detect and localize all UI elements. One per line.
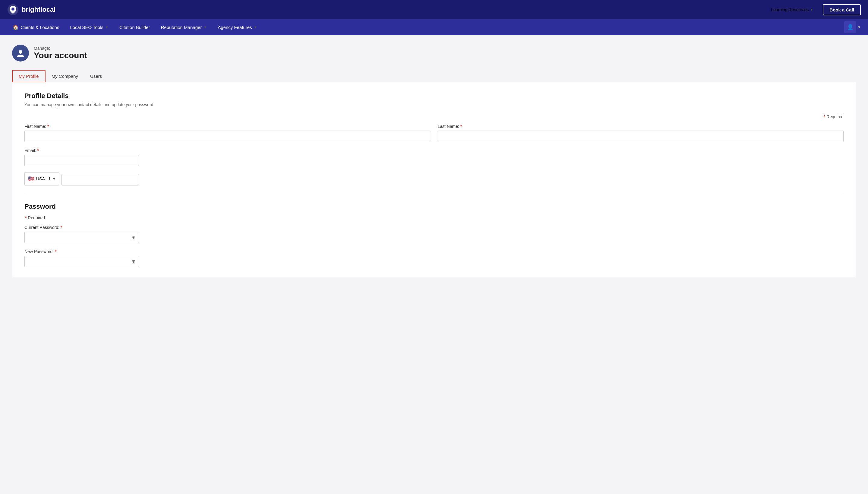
form-card: Profile Details You can manage your own … xyxy=(12,82,856,277)
nav-item-local-seo-tools[interactable]: Local SEO Tools ▼ xyxy=(64,19,114,35)
password-required-text: Required xyxy=(28,215,45,220)
chevron-down-icon-user: ▼ xyxy=(857,25,861,29)
learning-resources-link[interactable]: Learning Resources ▼ xyxy=(771,7,813,12)
chevron-down-icon-country: ▼ xyxy=(53,177,56,180)
first-name-label: First Name: * xyxy=(24,124,430,129)
logo[interactable]: brightlocal xyxy=(7,4,56,15)
book-call-button[interactable]: Book a Call xyxy=(823,4,861,15)
tab-users[interactable]: Users xyxy=(84,70,108,82)
chevron-down-icon-agency: ▼ xyxy=(254,25,257,29)
profile-details-desc: You can manage your own contact details … xyxy=(24,102,844,107)
top-bar: brightlocal Learning Resources ▼ Book a … xyxy=(0,0,868,19)
first-name-group: First Name: * xyxy=(24,124,430,142)
tab-my-company[interactable]: My Company xyxy=(45,70,84,82)
chevron-down-icon: ▼ xyxy=(810,8,813,12)
nav-label-reputation-manager: Reputation Manager xyxy=(161,25,202,30)
flag-icon: 🇺🇸 xyxy=(28,175,34,182)
user-icon: 👤 xyxy=(847,24,853,31)
country-code-select[interactable]: 🇺🇸 USA +1 ▼ xyxy=(24,172,59,186)
current-password-group: Current Password: * ⊞ xyxy=(24,225,139,243)
nav-label-agency-features: Agency Features xyxy=(218,25,252,30)
last-name-group: Last Name: * xyxy=(438,124,844,142)
current-password-wrapper: ⊞ xyxy=(24,232,139,243)
tab-my-profile[interactable]: My Profile xyxy=(12,70,45,82)
nav-items: 🏠 Clients & Locations Local SEO Tools ▼ … xyxy=(7,19,262,35)
nav-label-local-seo-tools: Local SEO Tools xyxy=(70,25,103,30)
current-password-input[interactable] xyxy=(24,232,139,243)
svg-point-2 xyxy=(19,50,22,54)
phone-row: 🇺🇸 USA +1 ▼ xyxy=(24,172,844,186)
manage-label: Manage: xyxy=(34,46,87,51)
phone-group: 🇺🇸 USA +1 ▼ xyxy=(24,172,139,186)
top-bar-right: Learning Resources ▼ Book a Call xyxy=(771,4,861,15)
email-group: Email: * xyxy=(24,148,139,166)
profile-details-title: Profile Details xyxy=(24,92,844,100)
nav-bar: 🏠 Clients & Locations Local SEO Tools ▼ … xyxy=(0,19,868,35)
nav-label-citation-builder: Citation Builder xyxy=(119,25,150,30)
new-password-group: New Password: * ⊞ xyxy=(24,249,139,267)
email-row: Email: * xyxy=(24,148,844,166)
first-name-input[interactable] xyxy=(24,131,430,142)
nav-right: 👤 ▼ xyxy=(844,21,861,33)
nav-item-clients-locations[interactable]: 🏠 Clients & Locations xyxy=(7,19,64,35)
required-star: * xyxy=(824,114,825,119)
home-icon: 🏠 xyxy=(13,24,19,30)
nav-label-clients-locations: Clients & Locations xyxy=(20,25,59,30)
nav-item-reputation-manager[interactable]: Reputation Manager ▼ xyxy=(156,19,213,35)
svg-point-1 xyxy=(12,7,15,11)
new-password-input[interactable] xyxy=(24,256,139,267)
nav-item-citation-builder[interactable]: Citation Builder xyxy=(114,19,156,35)
avatar xyxy=(12,45,29,61)
name-row: First Name: * Last Name: * xyxy=(24,124,844,142)
user-menu-button[interactable]: 👤 xyxy=(844,21,856,33)
page-content: Manage: Your account My Profile My Compa… xyxy=(0,35,868,287)
chevron-down-icon-rep: ▼ xyxy=(204,25,207,29)
required-note-text: Required xyxy=(826,114,844,119)
last-name-label: Last Name: * xyxy=(438,124,844,129)
last-name-input[interactable] xyxy=(438,131,844,142)
learning-resources-label: Learning Resources xyxy=(771,7,809,12)
toggle-password-icon[interactable]: ⊞ xyxy=(132,235,135,240)
required-note: * Required xyxy=(24,114,844,119)
email-label: Email: * xyxy=(24,148,139,153)
password-required-note: * Required xyxy=(24,215,844,220)
new-password-wrapper: ⊞ xyxy=(24,256,139,267)
page-header: Manage: Your account xyxy=(12,45,856,61)
new-password-label: New Password: * xyxy=(24,249,139,254)
logo-text: brightlocal xyxy=(22,6,56,14)
chevron-down-icon-seo: ▼ xyxy=(105,25,108,29)
country-code-label: USA +1 xyxy=(36,176,51,181)
current-password-label: Current Password: * xyxy=(24,225,139,230)
email-input[interactable] xyxy=(24,155,139,166)
toggle-new-password-icon[interactable]: ⊞ xyxy=(132,259,135,265)
password-section-title: Password xyxy=(24,203,844,210)
nav-item-agency-features[interactable]: Agency Features ▼ xyxy=(212,19,262,35)
phone-input[interactable] xyxy=(61,174,139,186)
tabs-container: My Profile My Company Users xyxy=(12,70,856,82)
page-title-area: Manage: Your account xyxy=(34,46,87,60)
page-title: Your account xyxy=(34,51,87,60)
